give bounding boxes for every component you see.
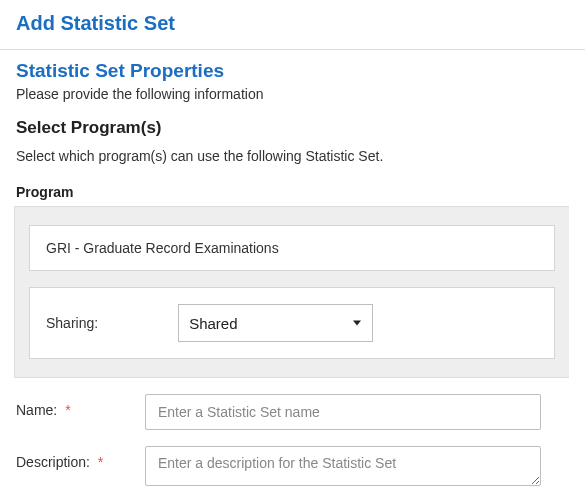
page-title: Add Statistic Set: [0, 0, 585, 50]
select-programs-helper: Select which program(s) can use the foll…: [16, 148, 569, 164]
description-input[interactable]: [145, 446, 541, 486]
name-input[interactable]: [145, 394, 541, 430]
select-programs-title: Select Program(s): [16, 118, 569, 138]
description-label: Description:: [16, 454, 90, 470]
required-mark: *: [98, 454, 103, 470]
sharing-row: Sharing: Shared: [29, 287, 555, 359]
program-group-label: Program: [16, 184, 569, 200]
section-helper: Please provide the following information: [16, 86, 569, 102]
name-label-col: Name: *: [0, 394, 145, 418]
required-mark: *: [65, 402, 70, 418]
sharing-select-wrap: Shared: [178, 304, 373, 342]
content-area: Statistic Set Properties Please provide …: [0, 50, 585, 378]
program-panel: GRI - Graduate Record Examinations Shari…: [14, 206, 569, 378]
description-row: Description: *: [0, 446, 585, 486]
name-label: Name:: [16, 402, 57, 418]
sharing-label: Sharing:: [46, 315, 98, 331]
name-row: Name: *: [0, 394, 585, 430]
description-label-col: Description: *: [0, 446, 145, 470]
sharing-select[interactable]: Shared: [178, 304, 373, 342]
program-select[interactable]: GRI - Graduate Record Examinations: [29, 225, 555, 271]
section-title: Statistic Set Properties: [16, 60, 569, 82]
